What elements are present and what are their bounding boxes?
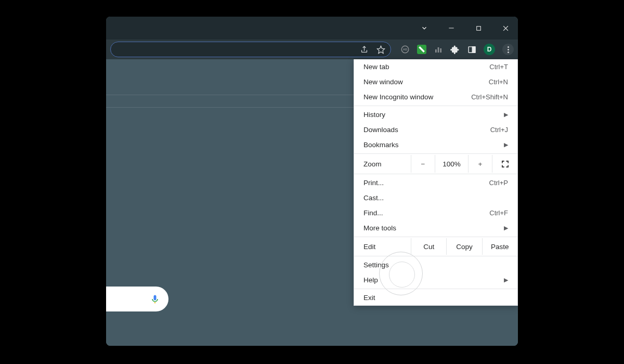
menu-shortcut: Ctrl+P	[489, 179, 508, 187]
menu-label: History	[363, 111, 385, 119]
menu-edit-row: Edit Cut Copy Paste	[354, 238, 517, 255]
menu-item-help[interactable]: Help ▶	[354, 272, 517, 288]
menu-item-print[interactable]: Print... Ctrl+P	[354, 175, 517, 190]
menu-item-downloads[interactable]: Downloads Ctrl+J	[354, 122, 517, 137]
menu-label: Exit	[363, 294, 375, 302]
menu-label: New tab	[363, 63, 389, 71]
menu-separator	[354, 256, 517, 256]
menu-item-settings[interactable]: Settings	[354, 257, 517, 272]
menu-item-bookmarks[interactable]: Bookmarks ▶	[354, 137, 517, 152]
zoom-out-button[interactable]: −	[411, 155, 435, 173]
svg-rect-11	[472, 46, 475, 52]
bookmark-star-icon[interactable]	[376, 45, 385, 54]
menu-item-new-window[interactable]: New window Ctrl+N	[354, 74, 517, 89]
menu-label: New Incognito window	[363, 93, 433, 101]
chevron-right-icon: ▶	[500, 225, 508, 231]
extensions-puzzle-icon[interactable]	[450, 45, 460, 54]
menu-separator	[354, 153, 517, 154]
plus-icon: +	[478, 160, 483, 168]
copy-button[interactable]: Copy	[447, 238, 482, 255]
main-menu-button[interactable]	[502, 44, 514, 55]
browser-toolbar: AD D	[106, 40, 518, 59]
menu-label: Cast...	[363, 194, 384, 202]
svg-rect-1	[476, 26, 480, 30]
menu-item-cast[interactable]: Cast...	[354, 190, 517, 205]
menu-shortcut: Ctrl+F	[489, 209, 508, 217]
menu-separator	[354, 289, 517, 289]
svg-text:AD: AD	[403, 48, 408, 51]
window-titlebar	[106, 17, 518, 40]
menu-item-find[interactable]: Find... Ctrl+F	[354, 205, 517, 220]
maximize-button[interactable]	[474, 24, 483, 32]
side-panel-icon[interactable]	[467, 45, 476, 54]
browser-window: AD D New tab Ctrl+	[106, 17, 518, 346]
extensions-row: AD D	[398, 44, 514, 55]
zoom-label: Zoom	[354, 155, 411, 173]
svg-rect-8	[438, 47, 439, 53]
share-icon[interactable]	[359, 45, 369, 54]
menu-label: Find...	[363, 209, 383, 217]
chart-extension-icon[interactable]	[434, 45, 443, 54]
voice-search-pill[interactable]	[106, 287, 168, 311]
edit-label: Edit	[354, 238, 411, 255]
menu-label: Downloads	[363, 126, 398, 134]
menu-item-exit[interactable]: Exit	[354, 290, 517, 305]
zoom-in-button[interactable]: +	[469, 155, 492, 173]
menu-item-incognito[interactable]: New Incognito window Ctrl+Shift+N	[354, 89, 517, 105]
chevron-right-icon: ▶	[500, 111, 508, 118]
adblock-extension-icon[interactable]: AD	[400, 45, 410, 54]
minimize-button[interactable]	[447, 24, 456, 32]
svg-rect-12	[154, 302, 155, 304]
fullscreen-button[interactable]	[492, 155, 517, 173]
cut-button[interactable]: Cut	[411, 238, 447, 255]
minus-icon: −	[421, 160, 425, 168]
close-button[interactable]	[501, 24, 510, 32]
menu-label: Bookmarks	[363, 141, 399, 149]
menu-item-new-tab[interactable]: New tab Ctrl+T	[354, 59, 517, 74]
menu-label: Print...	[363, 179, 384, 187]
zoom-value: 100%	[435, 155, 469, 173]
svg-marker-4	[377, 46, 384, 53]
chevron-right-icon: ▶	[500, 277, 508, 283]
address-bar[interactable]	[110, 42, 391, 57]
menu-label: Settings	[363, 261, 389, 269]
chevron-right-icon: ▶	[500, 141, 508, 148]
menu-label: New window	[363, 78, 403, 86]
svg-rect-9	[440, 48, 441, 53]
menu-item-history[interactable]: History ▶	[354, 107, 517, 122]
svg-rect-7	[435, 49, 437, 53]
menu-label: Help	[363, 276, 378, 284]
tab-dropdown-icon[interactable]	[420, 24, 428, 32]
profile-avatar[interactable]: D	[484, 44, 495, 55]
menu-zoom-row: Zoom − 100% +	[354, 155, 517, 173]
menu-shortcut: Ctrl+Shift+N	[471, 93, 508, 101]
microphone-icon	[150, 293, 160, 305]
menu-item-more-tools[interactable]: More tools ▶	[354, 220, 517, 236]
menu-separator	[354, 106, 517, 106]
menu-shortcut: Ctrl+T	[489, 63, 508, 71]
menu-label: More tools	[363, 224, 396, 232]
menu-separator	[354, 237, 517, 237]
green-extension-icon[interactable]	[417, 45, 426, 54]
menu-separator	[354, 174, 517, 174]
paste-button[interactable]: Paste	[483, 238, 517, 255]
menu-shortcut: Ctrl+J	[490, 126, 508, 134]
main-menu: New tab Ctrl+T New window Ctrl+N New Inc…	[354, 59, 518, 306]
profile-letter: D	[487, 46, 492, 53]
menu-shortcut: Ctrl+N	[489, 78, 508, 86]
fullscreen-icon	[501, 160, 509, 168]
